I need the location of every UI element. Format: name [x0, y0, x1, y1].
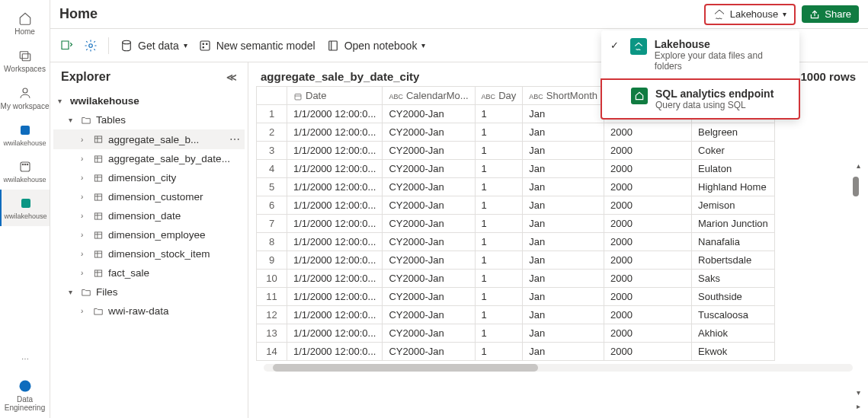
tree-files[interactable]: ▾ Files — [53, 282, 245, 302]
nav-wwi-3[interactable]: wwilakehouse — [0, 190, 50, 226]
svg-rect-33 — [94, 231, 101, 238]
nav-my-workspace[interactable]: My workspace — [0, 79, 50, 116]
table-row[interactable]: 101/1/2000 12:00:0...CY2000-Jan1Jan2000S… — [257, 270, 775, 288]
cell: 1/1/2000 12:00:0... — [287, 105, 383, 123]
cell: 1/1/2000 12:00:0... — [287, 306, 383, 324]
vertical-scrollbar[interactable] — [853, 177, 859, 196]
page-title: Home — [59, 6, 98, 22]
row-number: 2 — [257, 123, 287, 142]
svg-rect-36 — [94, 250, 101, 257]
tree-table-item[interactable]: › dimension_employee — [53, 225, 245, 244]
settings-button[interactable] — [84, 39, 98, 53]
cell: 2000 — [604, 288, 691, 306]
nav-wwi-2[interactable]: wwilakehouse — [0, 153, 50, 190]
tree-table-item[interactable]: › fact_sale — [53, 263, 245, 282]
folder-icon — [81, 115, 91, 126]
mode-switch-button[interactable]: Lakehouse ▾ — [704, 4, 796, 25]
table-row[interactable]: 121/1/2000 12:00:0...CY2000-Jan1Jan2000T… — [257, 306, 775, 324]
cell: 1 — [475, 306, 523, 324]
ellipsis-icon[interactable]: ⋯ — [229, 133, 240, 145]
tree-table-item[interactable]: › aggregate_sale_by_date... — [53, 149, 245, 168]
cell: 2000 — [604, 160, 691, 178]
lakehouse-icon — [630, 38, 647, 55]
nav-wwi-1[interactable]: wwilakehouse — [0, 116, 50, 153]
column-header[interactable]: Date — [287, 87, 383, 105]
cell: Nanafalia — [692, 233, 775, 251]
nav-more[interactable]: ⋯ — [0, 345, 50, 372]
table-row[interactable]: 51/1/2000 12:00:0...CY2000-Jan1Jan2000Hi… — [257, 178, 775, 196]
table-row[interactable]: 81/1/2000 12:00:0...CY2000-Jan1Jan2000Na… — [257, 233, 775, 251]
cell: 1 — [475, 178, 523, 196]
table-label: dimension_date — [108, 210, 181, 222]
table-row[interactable]: 31/1/2000 12:00:0...CY2000-Jan1Jan2000Co… — [257, 142, 775, 160]
table-row[interactable]: 111/1/2000 12:00:0...CY2000-Jan1Jan2000S… — [257, 288, 775, 306]
table-row[interactable]: 71/1/2000 12:00:0...CY2000-Jan1Jan2000Ma… — [257, 215, 775, 233]
cell: 1 — [475, 142, 523, 160]
tree-table-item[interactable]: › aggregate_sale_b...⋯ — [53, 129, 245, 149]
svg-rect-16 — [328, 41, 337, 50]
cell: CY2000-Jan — [383, 215, 475, 233]
tree-file-item[interactable]: › wwi-raw-data — [53, 302, 245, 321]
sql-endpoint-icon — [631, 88, 648, 104]
tree-table-item[interactable]: › dimension_date — [53, 206, 245, 225]
cell: Jan — [523, 178, 604, 196]
column-header[interactable]: ABCCalendarMo... — [383, 87, 475, 105]
open-notebook-button[interactable]: Open notebook ▾ — [326, 39, 426, 53]
dropdown-sql-endpoint[interactable]: SQL analytics endpoint Query data using … — [601, 78, 800, 120]
svg-rect-30 — [94, 212, 101, 219]
table-label: dimension_customer — [108, 191, 203, 203]
tree-tables[interactable]: ▾ Tables — [53, 110, 245, 129]
table-label: dimension_stock_item — [108, 248, 210, 260]
tree-table-item[interactable]: › dimension_customer — [53, 187, 245, 206]
cell: Jan — [523, 233, 604, 251]
chevron-right-icon: › — [81, 250, 88, 258]
table-row[interactable]: 141/1/2000 12:00:0...CY2000-Jan1Jan2000E… — [257, 343, 775, 361]
cell: 1 — [475, 105, 523, 123]
column-header[interactable]: ABCDay — [475, 87, 523, 105]
row-number: 3 — [257, 142, 287, 160]
column-header[interactable]: ABCShortMonth — [523, 87, 604, 105]
dropdown-lakehouse[interactable]: ✓ Lakehouse Explore your data files and … — [601, 30, 799, 79]
nav-workspaces[interactable]: Workspaces — [0, 42, 50, 79]
row-number: 14 — [257, 343, 287, 361]
semantic-label: New semantic model — [216, 40, 315, 52]
cell: 1 — [475, 288, 523, 306]
row-number: 13 — [257, 324, 287, 343]
tree-table-item[interactable]: › dimension_city — [53, 168, 245, 187]
cell: Robertsdale — [692, 251, 775, 270]
table-row[interactable]: 61/1/2000 12:00:0...CY2000-Jan1Jan2000Je… — [257, 196, 775, 215]
chevron-right-icon: › — [81, 307, 88, 315]
chevron-right-icon: › — [81, 155, 88, 163]
cell: 1 — [475, 123, 523, 142]
cell: Southside — [692, 288, 775, 306]
cell: 1/1/2000 12:00:0... — [287, 270, 383, 288]
svg-rect-39 — [94, 270, 101, 276]
get-data-button[interactable]: Get data ▾ — [120, 39, 187, 53]
horizontal-scrollbar[interactable] — [264, 364, 853, 372]
tree-root[interactable]: ▾ wwilakehouse — [53, 91, 245, 110]
nav-data-eng[interactable]: Data Engineering — [0, 372, 50, 418]
table-row[interactable]: 21/1/2000 12:00:0...CY2000-Jan1Jan2000Be… — [257, 123, 775, 142]
new-semantic-model-button[interactable]: New semantic model — [198, 39, 315, 53]
nav-label: wwilakehouse — [3, 139, 46, 147]
table-row[interactable]: 41/1/2000 12:00:0...CY2000-Jan1Jan2000Eu… — [257, 160, 775, 178]
row-number: 5 — [257, 178, 287, 196]
tree-table-item[interactable]: › dimension_stock_item — [53, 244, 245, 263]
scroll-up-icon[interactable]: ▴ — [857, 161, 860, 170]
share-button[interactable]: Share — [802, 5, 859, 23]
model-icon — [198, 39, 212, 53]
get-data-label: Get data — [138, 40, 179, 52]
scroll-right-icon[interactable]: ▸ — [857, 402, 860, 410]
cell: Jan — [523, 324, 604, 343]
cell: CY2000-Jan — [383, 270, 475, 288]
collapse-icon[interactable]: ≪ — [226, 72, 237, 83]
cell: Jemison — [692, 196, 775, 215]
table-row[interactable]: 91/1/2000 12:00:0...CY2000-Jan1Jan2000Ro… — [257, 251, 775, 270]
refresh-button[interactable] — [59, 39, 73, 53]
scroll-down-icon[interactable]: ▾ — [857, 388, 860, 397]
table-row[interactable]: 131/1/2000 12:00:0...CY2000-Jan1Jan2000A… — [257, 324, 775, 343]
nav-rail: Home Workspaces My workspace wwilakehous… — [0, 0, 50, 418]
mode-dropdown: ✓ Lakehouse Explore your data files and … — [601, 30, 799, 119]
cell: 1 — [475, 196, 523, 215]
nav-home[interactable]: Home — [0, 5, 50, 42]
